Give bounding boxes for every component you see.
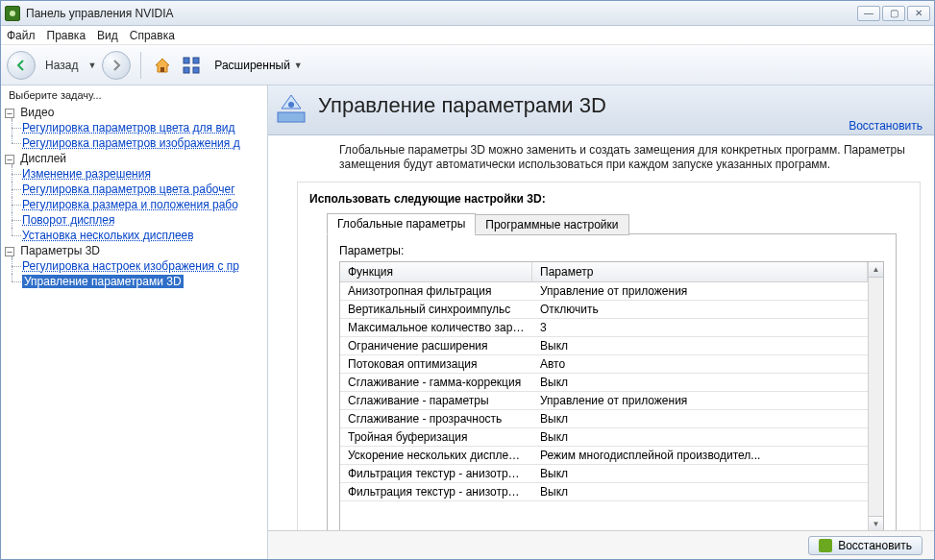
restore-button[interactable]: Восстановить — [808, 536, 923, 555]
menubar: Файл Правка Вид Справка — [1, 26, 934, 45]
table-row[interactable]: Потоковая оптимизацияАвто — [340, 355, 868, 374]
table-header-param[interactable]: Параметр — [532, 262, 868, 281]
footer-bar: Восстановить — [268, 530, 934, 559]
table-cell-function: Сглаживание - прозрачность — [340, 410, 532, 427]
table-header-function[interactable]: Функция — [340, 262, 532, 281]
tree-item[interactable]: Регулировка параметров цвета для вид — [22, 121, 234, 134]
tree-toggle-video[interactable]: − — [5, 109, 14, 118]
table-cell-function: Максимальное количество заранее под... — [340, 319, 532, 336]
page-description: Глобальные параметры 3D можно заменить и… — [268, 135, 934, 178]
svg-point-7 — [288, 102, 294, 108]
table-cell-param: Выкл — [532, 465, 868, 482]
titlebar: Панель управления NVIDIA — ▢ ✕ — [1, 1, 934, 26]
tree-toggle-display[interactable]: − — [5, 155, 14, 164]
back-button[interactable] — [7, 51, 36, 80]
params-table: Функция Параметр Анизотропная фильтрация… — [339, 261, 884, 530]
table-row[interactable]: Фильтрация текстур - анизотропная оп...В… — [340, 483, 868, 501]
table-row[interactable]: Сглаживание - прозрачностьВыкл — [340, 410, 868, 428]
table-row[interactable]: Вертикальный синхроимпульсОтключить — [340, 301, 868, 319]
minimize-button[interactable]: — — [857, 6, 880, 21]
tree-toggle-3d[interactable]: − — [5, 247, 14, 256]
tree-group-3d[interactable]: Параметры 3D — [20, 244, 100, 257]
table-cell-param: Авто — [532, 355, 868, 373]
menu-view[interactable]: Вид — [97, 29, 118, 42]
sidebar: Выберите задачу... − Видео Регулировка п… — [1, 85, 268, 559]
window-title: Панель управления NVIDIA — [26, 7, 857, 20]
home-button[interactable] — [151, 54, 174, 77]
menu-help[interactable]: Справка — [130, 29, 175, 42]
task-tree: − Видео Регулировка параметров цвета для… — [1, 103, 267, 291]
menu-file[interactable]: Файл — [7, 29, 36, 42]
table-cell-param: Режим многодисплейной производител... — [532, 447, 868, 464]
tree-item[interactable]: Установка нескольких дисплеев — [22, 229, 194, 242]
tree-group-video[interactable]: Видео — [20, 106, 54, 119]
table-row[interactable]: Анизотропная фильтрацияУправление от при… — [340, 282, 868, 301]
page-header: Управление параметрами 3D Восстановить — [268, 85, 934, 135]
maximize-button[interactable]: ▢ — [882, 6, 905, 21]
page-header-icon — [274, 91, 308, 126]
toolbar-divider — [140, 52, 141, 79]
restore-button-label: Восстановить — [838, 539, 912, 552]
settings-title: Использовать следующие настройки 3D: — [309, 192, 908, 206]
view-mode-dropdown[interactable]: Расширенный ▼ — [214, 59, 302, 72]
tree-item[interactable]: Регулировка параметров изображения д — [22, 136, 240, 150]
tree-item[interactable]: Изменение разрешения — [22, 167, 151, 181]
table-scrollbar[interactable]: ▲ ▼ — [868, 262, 883, 530]
tab-program[interactable]: Программные настройки — [475, 214, 628, 235]
menu-edit[interactable]: Правка — [47, 29, 86, 42]
table-row[interactable]: Ограничение расширенияВыкл — [340, 337, 868, 355]
toolbar: Назад ▼ Расширенный ▼ — [1, 45, 934, 85]
table-row[interactable]: Сглаживание - параметрыУправление от при… — [340, 392, 868, 410]
tree-item[interactable]: Регулировка параметров цвета рабочег — [22, 183, 235, 196]
tab-panel-global: Параметры: Функция Параметр Анизотропная… — [327, 233, 897, 530]
table-cell-function: Ускорение нескольких дисплеев/смеша... — [340, 447, 532, 464]
svg-rect-2 — [184, 58, 189, 63]
svg-rect-6 — [278, 112, 305, 122]
scroll-down-icon[interactable]: ▼ — [869, 516, 883, 530]
table-cell-function: Тройная буферизация — [340, 428, 532, 446]
table-cell-param: Выкл — [532, 337, 868, 354]
settings-block: Использовать следующие настройки 3D: Гло… — [297, 182, 921, 530]
table-row[interactable]: Ускорение нескольких дисплеев/смеша...Ре… — [340, 447, 868, 465]
table-cell-function: Сглаживание - гамма-коррекция — [340, 374, 532, 391]
tree-group-display[interactable]: Дисплей — [20, 152, 66, 165]
page-title: Управление параметрами 3D — [318, 93, 606, 118]
table-cell-function: Вертикальный синхроимпульс — [340, 301, 532, 318]
close-button[interactable]: ✕ — [907, 6, 930, 21]
tree-item[interactable]: Регулировка настроек изображения с пр — [22, 259, 239, 273]
table-cell-param: Выкл — [532, 483, 868, 500]
table-row[interactable]: Фильтрация текстур - анизотропная оп...В… — [340, 465, 868, 483]
table-cell-param: Выкл — [532, 410, 868, 427]
back-label: Назад — [45, 59, 78, 72]
svg-rect-5 — [193, 67, 199, 73]
back-dropdown-icon[interactable]: ▼ — [87, 61, 96, 70]
table-cell-function: Ограничение расширения — [340, 337, 532, 354]
table-row[interactable]: Тройная буферизацияВыкл — [340, 428, 868, 447]
table-row[interactable]: Сглаживание - гамма-коррекцияВыкл — [340, 374, 868, 392]
nvidia-app-icon — [5, 6, 20, 21]
table-cell-function: Сглаживание - параметры — [340, 392, 532, 409]
table-row[interactable]: Максимальное количество заранее под...3 — [340, 319, 868, 337]
svg-point-0 — [10, 11, 15, 16]
table-cell-function: Анизотропная фильтрация — [340, 282, 532, 300]
tree-item-selected[interactable]: Управление параметрами 3D — [22, 275, 184, 288]
view-mode-label: Расширенный — [214, 59, 290, 72]
chevron-down-icon: ▼ — [294, 61, 303, 70]
svg-rect-3 — [193, 58, 199, 63]
settings-tabs: Глобальные параметры Программные настрой… — [327, 213, 908, 234]
view-icons-button[interactable] — [180, 54, 203, 77]
svg-rect-4 — [184, 67, 189, 73]
sidebar-task-label: Выберите задачу... — [1, 85, 267, 103]
restore-defaults-link[interactable]: Восстановить — [849, 119, 923, 133]
forward-button[interactable] — [102, 51, 131, 80]
tab-global[interactable]: Глобальные параметры — [327, 213, 476, 234]
table-cell-function: Фильтрация текстур - анизотропная оп... — [340, 465, 532, 482]
table-cell-param: Управление от приложения — [532, 282, 868, 300]
nvidia-chip-icon — [819, 539, 832, 552]
tree-item[interactable]: Поворот дисплея — [22, 213, 115, 227]
table-cell-param: Управление от приложения — [532, 392, 868, 409]
tree-item[interactable]: Регулировка размера и положения рабо — [22, 198, 238, 211]
table-cell-param: Отключить — [532, 301, 868, 318]
table-cell-function: Потоковая оптимизация — [340, 355, 532, 373]
scroll-up-icon[interactable]: ▲ — [869, 262, 883, 278]
